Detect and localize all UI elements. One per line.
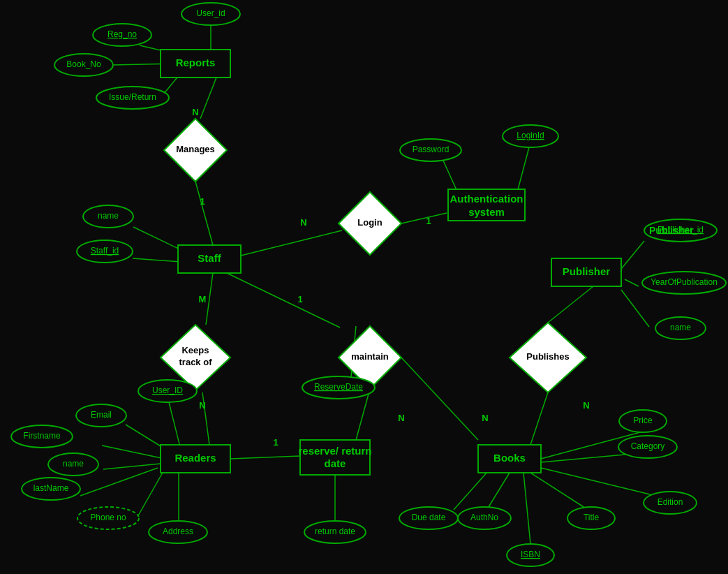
svg-line-27 [548,286,593,323]
attr-user-id-text: User_id [196,8,225,18]
attr-return-date-text: return date [315,527,355,536]
svg-line-30 [625,279,639,286]
svg-line-28 [530,392,548,445]
card-n-publishes: N [583,400,589,411]
diamond-publishes-label: Publishes [526,351,569,362]
attr-name-pub-text: name [670,323,691,332]
attr-lastname-text: lastName [34,483,69,493]
card-1-maintain-staff: 1 [297,294,302,304]
attr-phone-no-text: Phone no [90,513,126,522]
entity-reserve-label2: date [325,457,346,469]
attr-staff-id-text: Staff_id [91,246,119,256]
attr-price-text: Price [633,415,653,425]
attr-auth-no-text: AuthNo [470,513,498,522]
attr-user-id-r-text: User_ID [152,385,183,395]
diamond-login-label: Login [357,217,382,228]
card-n-keeps-readers: N [199,400,205,411]
attr-reserve-date-text: ReserveDate [314,382,363,392]
svg-line-5 [195,182,213,245]
diamond-keeps-label2: track of [179,357,213,367]
entity-auth-label1: Authentication [450,193,523,205]
card-n-login-staff: N [300,217,306,228]
entity-reserve-label1: reserve/ return [298,445,371,457]
svg-line-20 [137,471,163,518]
card-n-books: N [482,413,488,423]
attr-edition-text: Edition [658,497,683,507]
entity-publisher-label: Publisher [563,265,611,277]
svg-line-12 [206,273,213,325]
card-m-keeps: M [199,294,207,304]
attr-year-pub-text: YearOfPublication [651,277,718,287]
publisher-label-top: Publisher [649,225,694,236]
attr-book-no-text: Book_No [66,59,101,69]
attr-email-text: Email [91,410,112,420]
svg-line-8 [227,230,342,259]
svg-line-13 [227,273,340,328]
card-1-login-auth: 1 [426,216,431,226]
attr-title-text: Title [584,513,600,522]
attr-password-text: Password [413,145,450,154]
attr-loginid-text: LoginId [517,131,544,140]
svg-line-11 [517,147,529,195]
er-diagram: N 1 N 1 M 1 N 1 N N N Reports Staff Read… [0,0,728,574]
entity-readers-label: Readers [174,452,216,464]
svg-line-29 [621,241,644,269]
entity-staff-label: Staff [198,252,221,264]
attr-name-staff-text: name [98,211,119,221]
svg-line-17 [102,446,165,459]
attr-reg-no-text: Reg_no [107,29,137,39]
svg-line-7 [133,258,181,262]
svg-line-9 [401,213,447,223]
svg-line-4 [200,78,216,119]
svg-line-26 [401,358,478,440]
attr-name-r-text: name [63,459,84,469]
attr-category-text: Category [631,441,665,451]
svg-line-36 [523,473,530,544]
attr-address-text: Address [163,527,193,536]
card-n-manages: N [192,107,198,117]
svg-line-31 [621,290,649,327]
entity-auth-label2: system [468,206,505,218]
card-1-readers: 1 [273,437,278,448]
entity-reports-label: Reports [176,57,216,68]
entity-books-label: Books [493,452,526,464]
svg-line-22 [230,456,300,459]
attr-issue-return-text: Issue/Return [109,92,156,102]
svg-line-35 [530,473,591,512]
card-1-manages-staff: 1 [200,196,205,207]
diamond-maintain-label: maintain [351,351,389,362]
attr-isbn-text: ISBN [521,550,540,559]
attr-due-date-text: Due date [412,513,446,522]
diamond-manages-label: Manages [176,144,215,154]
svg-line-18 [103,464,161,469]
svg-line-37 [489,473,510,507]
attr-firstname-text: Firstname [23,431,61,441]
card-n-maintain: N [398,413,404,423]
diamond-keeps-label1: Keeps [181,345,209,355]
